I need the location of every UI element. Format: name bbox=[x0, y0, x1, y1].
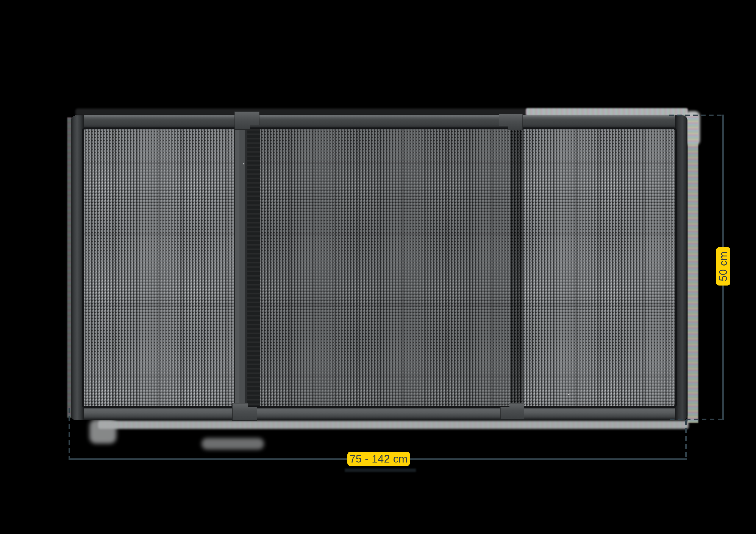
pile-right-highlight bbox=[688, 116, 698, 423]
mesh-panel-left bbox=[84, 129, 234, 406]
height-dimension-badge: 50 cm bbox=[716, 247, 730, 286]
height-leader-top bbox=[669, 114, 724, 116]
dust-speck bbox=[568, 394, 569, 395]
dust-speck bbox=[243, 163, 244, 164]
frame-rail-left bbox=[71, 115, 84, 420]
frame-rail-right bbox=[675, 115, 688, 420]
mesh-area bbox=[84, 129, 675, 406]
width-dimension-badge: 75 - 142 cm bbox=[347, 452, 410, 466]
shadow-blob-bottom-center bbox=[202, 438, 264, 449]
corner-highlight-top-right bbox=[685, 111, 700, 145]
product-dimension-image: 75 - 142 cm 50 cm bbox=[0, 0, 756, 534]
frame-rail-bottom bbox=[71, 406, 688, 420]
shadow-under-width-badge bbox=[345, 469, 416, 472]
slider-profile-bar bbox=[234, 129, 247, 406]
width-leader-right bbox=[685, 420, 687, 460]
extendable-insect-screen-frame bbox=[71, 115, 688, 420]
mesh-panel-right bbox=[523, 129, 675, 406]
pile-bottom-highlight bbox=[98, 421, 688, 429]
height-leader-bottom bbox=[670, 419, 724, 420]
profile-shadow-gap bbox=[247, 129, 260, 406]
mesh-overlap-band bbox=[511, 129, 523, 406]
width-leader-left bbox=[68, 408, 70, 459]
shadow-blob-bottom-left bbox=[90, 420, 116, 444]
pile-left-highlight bbox=[67, 117, 71, 418]
mesh-panel-center bbox=[260, 129, 511, 406]
pile-top-shadow bbox=[75, 109, 528, 116]
pile-top-highlight bbox=[526, 108, 688, 116]
frame-rail-top bbox=[71, 115, 688, 129]
